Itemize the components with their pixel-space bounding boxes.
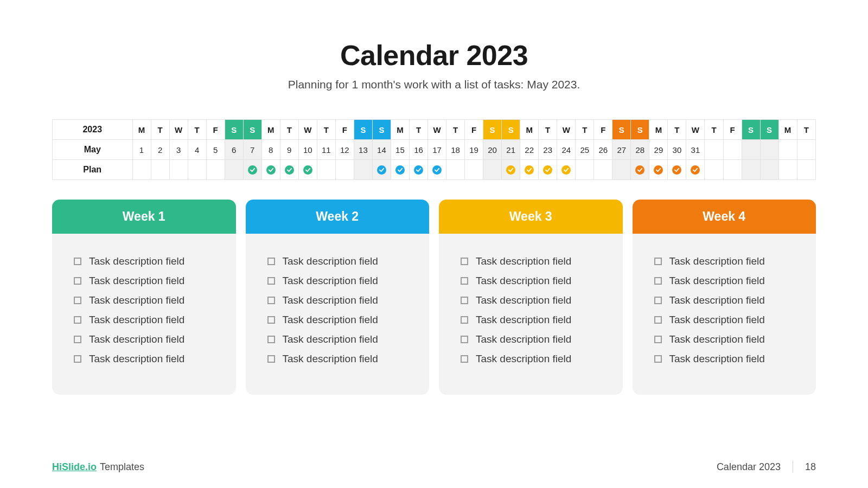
task-item: Task description field xyxy=(654,314,795,326)
checkbox-icon[interactable] xyxy=(654,355,662,363)
week-body: Task description fieldTask description f… xyxy=(246,234,430,386)
plan-cell xyxy=(428,160,446,180)
week-header: Week 1 xyxy=(52,200,236,234)
checkbox-icon[interactable] xyxy=(267,258,275,265)
plan-cell xyxy=(705,160,723,180)
checkbox-icon[interactable] xyxy=(654,336,662,343)
date-cell: 24 xyxy=(557,140,576,160)
date-cell: 1 xyxy=(132,140,151,160)
checkbox-icon[interactable] xyxy=(74,258,81,265)
checkbox-icon[interactable] xyxy=(654,297,662,304)
plan-cell xyxy=(631,160,649,180)
date-cell: 25 xyxy=(576,140,594,160)
week-body: Task description fieldTask description f… xyxy=(439,234,623,386)
plan-cell xyxy=(446,160,465,180)
task-label: Task description field xyxy=(669,314,765,326)
task-label: Task description field xyxy=(669,255,765,267)
plan-cell xyxy=(298,160,317,180)
date-cell: 20 xyxy=(483,140,502,160)
checkbox-icon[interactable] xyxy=(461,336,468,343)
checkbox-icon[interactable] xyxy=(74,277,81,285)
task-label: Task description field xyxy=(89,275,184,287)
day-of-week-header: T xyxy=(188,120,206,140)
plan-check-icon xyxy=(691,165,700,175)
plan-cell xyxy=(686,160,705,180)
plan-cell xyxy=(465,160,483,180)
date-cell: 30 xyxy=(668,140,686,160)
task-label: Task description field xyxy=(669,333,765,345)
week-card: Week 2Task description fieldTask descrip… xyxy=(246,200,430,395)
task-item: Task description field xyxy=(267,275,408,287)
task-label: Task description field xyxy=(669,353,765,365)
checkbox-icon[interactable] xyxy=(461,297,468,304)
day-of-week-header: T xyxy=(668,120,686,140)
footer-brand-link[interactable]: HiSlide.io xyxy=(52,461,97,473)
day-of-week-header: S xyxy=(742,120,760,140)
plan-check-icon xyxy=(285,165,294,175)
date-cell xyxy=(742,140,760,160)
plan-cell xyxy=(612,160,631,180)
task-item: Task description field xyxy=(654,294,795,306)
date-cell: 18 xyxy=(446,140,465,160)
task-label: Task description field xyxy=(89,255,184,267)
checkbox-icon[interactable] xyxy=(267,336,275,343)
day-of-week-header: M xyxy=(261,120,280,140)
date-cell: 19 xyxy=(465,140,483,160)
footer-brand-suffix: Templates xyxy=(100,461,144,473)
day-of-week-header: M xyxy=(778,120,797,140)
checkbox-icon[interactable] xyxy=(461,258,468,265)
checkbox-icon[interactable] xyxy=(654,316,662,324)
checkbox-icon[interactable] xyxy=(267,297,275,304)
task-item: Task description field xyxy=(267,333,408,345)
checkbox-icon[interactable] xyxy=(74,355,81,363)
plan-cell xyxy=(539,160,557,180)
task-label: Task description field xyxy=(89,294,184,306)
checkbox-icon[interactable] xyxy=(267,355,275,363)
date-cell xyxy=(760,140,778,160)
day-of-week-header: W xyxy=(686,120,705,140)
page-title: Calendar 2023 xyxy=(52,39,816,72)
date-cell: 17 xyxy=(428,140,446,160)
date-cell: 7 xyxy=(243,140,261,160)
checkbox-icon[interactable] xyxy=(267,277,275,285)
plan-check-icon xyxy=(543,165,552,175)
day-of-week-header: T xyxy=(446,120,465,140)
page-number: 18 xyxy=(805,461,816,473)
day-of-week-header: F xyxy=(206,120,225,140)
task-label: Task description field xyxy=(89,314,184,326)
checkbox-icon[interactable] xyxy=(74,316,81,324)
plan-check-icon xyxy=(303,165,312,175)
plan-cell xyxy=(335,160,354,180)
date-cell: 12 xyxy=(335,140,354,160)
task-item: Task description field xyxy=(461,255,601,267)
task-item: Task description field xyxy=(461,353,601,365)
task-item: Task description field xyxy=(267,314,408,326)
checkbox-icon[interactable] xyxy=(461,277,468,285)
task-item: Task description field xyxy=(267,255,408,267)
date-cell: 3 xyxy=(169,140,188,160)
plan-label: Plan xyxy=(53,160,133,180)
week-body: Task description fieldTask description f… xyxy=(633,234,816,386)
date-cell: 9 xyxy=(280,140,298,160)
week-header: Week 4 xyxy=(633,200,816,234)
plan-cell xyxy=(797,160,815,180)
checkbox-icon[interactable] xyxy=(74,336,81,343)
date-cell: 23 xyxy=(539,140,557,160)
date-cell: 4 xyxy=(188,140,206,160)
checkbox-icon[interactable] xyxy=(654,258,662,265)
checkbox-icon[interactable] xyxy=(74,297,81,304)
day-of-week-header: F xyxy=(335,120,354,140)
checkbox-icon[interactable] xyxy=(267,316,275,324)
footer-divider xyxy=(793,461,793,473)
day-of-week-header: T xyxy=(797,120,815,140)
checkbox-icon[interactable] xyxy=(461,355,468,363)
day-of-week-header: S xyxy=(243,120,261,140)
task-item: Task description field xyxy=(461,275,601,287)
day-of-week-header: F xyxy=(465,120,483,140)
plan-cell xyxy=(261,160,280,180)
checkbox-icon[interactable] xyxy=(654,277,662,285)
day-of-week-header: T xyxy=(705,120,723,140)
day-of-week-header: F xyxy=(723,120,742,140)
checkbox-icon[interactable] xyxy=(461,316,468,324)
task-item: Task description field xyxy=(654,353,795,365)
